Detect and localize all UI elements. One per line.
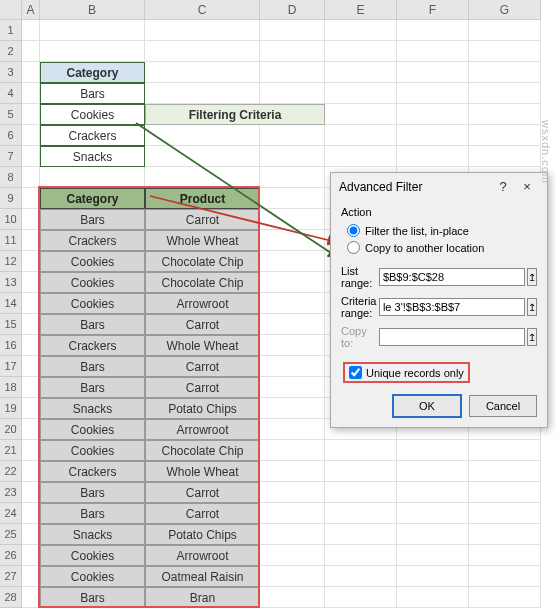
cell[interactable] [397,83,469,104]
cell[interactable] [260,587,325,608]
cell[interactable] [325,587,397,608]
cell[interactable] [22,125,40,146]
cell[interactable] [22,272,40,293]
cell[interactable]: Potato Chips [145,398,260,419]
cell[interactable] [22,188,40,209]
cell[interactable] [260,20,325,41]
cell[interactable] [469,146,541,167]
cell[interactable]: Arrowroot [145,545,260,566]
cell[interactable] [325,461,397,482]
cell[interactable] [22,146,40,167]
cell[interactable] [22,251,40,272]
cell[interactable] [397,440,469,461]
cell[interactable] [397,146,469,167]
cell[interactable] [22,335,40,356]
cell[interactable]: Cookies [40,293,145,314]
row-header[interactable]: 16 [0,335,22,356]
row-header[interactable]: 5 [0,104,22,125]
cell[interactable] [22,104,40,125]
cell[interactable] [325,125,397,146]
cell[interactable]: Potato Chips [145,524,260,545]
cell[interactable] [145,167,260,188]
cell[interactable] [260,482,325,503]
cell[interactable] [397,125,469,146]
cell[interactable] [397,566,469,587]
cell[interactable] [469,587,541,608]
cell[interactable] [145,146,260,167]
cell[interactable] [397,587,469,608]
cell[interactable] [260,251,325,272]
row-header[interactable]: 14 [0,293,22,314]
cell[interactable] [469,545,541,566]
cell[interactable]: Cookies [40,272,145,293]
cell[interactable] [260,503,325,524]
cell[interactable] [260,566,325,587]
cell[interactable] [260,83,325,104]
cell[interactable]: Snacks [40,398,145,419]
cell[interactable] [325,503,397,524]
row-header[interactable]: 17 [0,356,22,377]
row-header[interactable]: 10 [0,209,22,230]
cell[interactable]: Chocolate Chip [145,272,260,293]
row-header[interactable]: 22 [0,461,22,482]
cell[interactable] [260,209,325,230]
cell[interactable] [22,209,40,230]
cell[interactable] [325,146,397,167]
cell[interactable] [260,461,325,482]
row-header[interactable]: 6 [0,125,22,146]
cell[interactable] [260,230,325,251]
cell[interactable]: Cookies [40,251,145,272]
cell[interactable] [260,125,325,146]
row-header[interactable]: 20 [0,419,22,440]
row-header[interactable]: 15 [0,314,22,335]
cell[interactable]: Bars [40,83,145,104]
cell[interactable]: Whole Wheat [145,335,260,356]
cell[interactable] [469,440,541,461]
unique-records-checkbox[interactable] [349,366,362,379]
cell[interactable] [40,167,145,188]
cell[interactable]: Cookies [40,419,145,440]
cell[interactable]: Cookies [40,104,145,125]
cell[interactable] [469,83,541,104]
cell[interactable] [22,503,40,524]
cell[interactable]: Carrot [145,482,260,503]
row-header[interactable]: 24 [0,503,22,524]
cell[interactable] [22,230,40,251]
cell[interactable]: Carrot [145,314,260,335]
cell[interactable] [22,566,40,587]
row-header[interactable]: 3 [0,62,22,83]
cell[interactable] [22,377,40,398]
cell[interactable]: Category [40,62,145,83]
cell[interactable] [22,83,40,104]
cell[interactable] [397,41,469,62]
criteria-range-collapse-icon[interactable]: ↥ [527,298,537,316]
cell[interactable] [469,125,541,146]
row-header[interactable]: 8 [0,167,22,188]
cell[interactable] [325,104,397,125]
cell[interactable] [22,482,40,503]
select-all-corner[interactable] [0,0,22,20]
cell[interactable] [469,104,541,125]
cell[interactable]: Snacks [40,146,145,167]
row-header[interactable]: 19 [0,398,22,419]
cell[interactable] [397,20,469,41]
ok-button[interactable]: OK [393,395,461,417]
cell[interactable]: Bars [40,314,145,335]
cell[interactable]: Category [40,188,145,209]
cell[interactable] [325,41,397,62]
cell[interactable] [397,461,469,482]
row-header[interactable]: 28 [0,587,22,608]
cell[interactable]: Whole Wheat [145,230,260,251]
cell[interactable] [397,62,469,83]
cell[interactable] [469,461,541,482]
cell[interactable] [22,167,40,188]
cell[interactable] [397,524,469,545]
cell[interactable] [260,62,325,83]
help-button[interactable]: ? [491,179,515,194]
cell[interactable] [469,62,541,83]
cell[interactable] [469,566,541,587]
cell[interactable] [260,167,325,188]
row-header[interactable]: 23 [0,482,22,503]
cell[interactable]: Filtering Criteria [145,104,325,125]
cell[interactable] [260,293,325,314]
